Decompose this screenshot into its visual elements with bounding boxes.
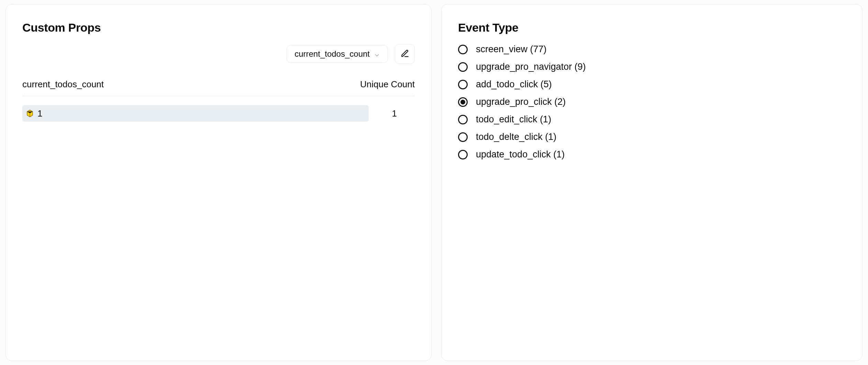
event-type-option-label: screen_view — [476, 44, 527, 54]
event-type-option-label: update_todo_click — [476, 149, 551, 159]
custom-props-title: Custom Props — [22, 21, 415, 34]
radio-icon — [458, 62, 468, 72]
radio-icon — [458, 80, 468, 89]
event-type-title: Event Type — [458, 21, 846, 34]
event-type-option[interactable]: upgrade_pro_navigator (9) — [458, 62, 846, 72]
prop-key-dropdown-value: current_todos_count — [294, 49, 370, 59]
event-type-option-label: add_todo_click — [476, 79, 538, 89]
prop-unique-count: 1 — [392, 108, 415, 119]
event-type-option-text: todo_edit_click (1) — [476, 114, 551, 125]
radio-icon — [458, 97, 468, 107]
radio-icon — [458, 45, 468, 54]
chevron-down-icon — [374, 51, 380, 57]
event-type-option-text: todo_delte_click (1) — [476, 132, 556, 142]
event-type-option-text: upgrade_pro_click (2) — [476, 97, 566, 107]
table-row[interactable]: 11 — [22, 105, 415, 122]
prop-value-bar: 1 — [22, 105, 369, 122]
edit-button[interactable] — [395, 44, 415, 64]
event-type-option-count: (1) — [537, 114, 552, 124]
prop-key-dropdown[interactable]: current_todos_count — [287, 45, 388, 63]
radio-icon — [458, 115, 468, 124]
event-type-option[interactable]: todo_delte_click (1) — [458, 132, 846, 142]
props-column-count: Unique Count — [360, 79, 415, 90]
event-type-radio-group: screen_view (77)upgrade_pro_navigator (9… — [458, 44, 846, 160]
pencil-square-icon — [400, 49, 409, 59]
event-type-option-count: (77) — [527, 44, 547, 54]
event-type-option-count: (9) — [572, 62, 586, 72]
props-table-header: current_todos_count Unique Count — [22, 79, 415, 96]
event-type-option[interactable]: screen_view (77) — [458, 44, 846, 55]
event-type-option-label: todo_edit_click — [476, 114, 537, 124]
event-type-option[interactable]: update_todo_click (1) — [458, 149, 846, 160]
event-type-option-count: (5) — [538, 79, 552, 89]
event-type-option-label: upgrade_pro_click — [476, 97, 552, 107]
event-type-option[interactable]: upgrade_pro_click (2) — [458, 97, 846, 107]
event-type-option[interactable]: todo_edit_click (1) — [458, 114, 846, 125]
event-type-option-count: (1) — [543, 132, 557, 142]
event-type-option-label: todo_delte_click — [476, 132, 543, 142]
props-column-key: current_todos_count — [22, 79, 104, 90]
event-type-option-text: add_todo_click (5) — [476, 79, 552, 90]
radio-icon — [458, 150, 468, 159]
event-type-option[interactable]: add_todo_click (5) — [458, 79, 846, 90]
event-type-option-label: upgrade_pro_navigator — [476, 62, 572, 72]
event-type-option-count: (2) — [552, 97, 566, 107]
radio-icon — [458, 132, 468, 142]
prop-value: 1 — [37, 108, 42, 119]
event-type-option-count: (1) — [551, 149, 565, 159]
event-type-card: Event Type screen_view (77)upgrade_pro_n… — [441, 4, 863, 361]
event-type-option-text: update_todo_click (1) — [476, 149, 565, 160]
event-type-option-text: upgrade_pro_navigator (9) — [476, 62, 586, 72]
custom-props-toolbar: current_todos_count — [22, 44, 415, 64]
cube-icon — [26, 109, 34, 118]
props-table-body: 11 — [22, 105, 415, 122]
custom-props-card: Custom Props current_todos_count — [5, 4, 432, 361]
event-type-option-text: screen_view (77) — [476, 44, 547, 55]
